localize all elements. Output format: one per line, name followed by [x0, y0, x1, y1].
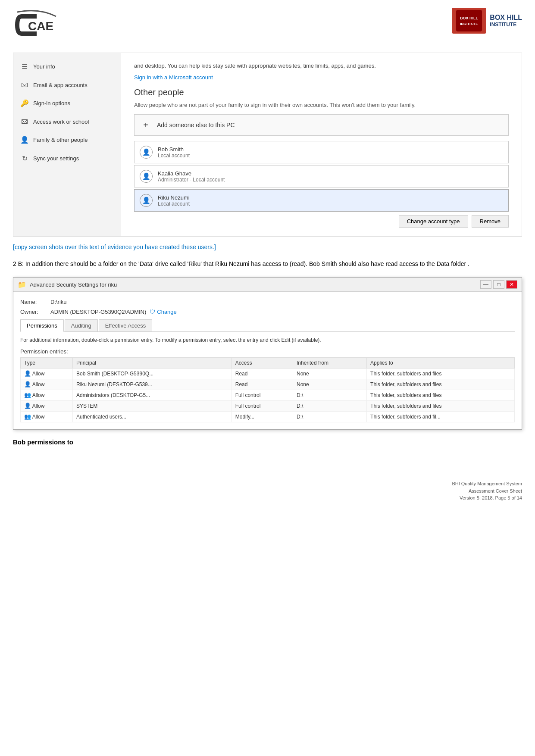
- user-entry-riku[interactable]: 👤 Riku Nezumi Local account: [134, 189, 509, 212]
- single-user-icon: 👤: [24, 370, 31, 377]
- perm-entries-label: Permission entries:: [20, 348, 515, 355]
- group-user-icon: 👥: [24, 392, 31, 399]
- user-info-kaalia: Kaalia Ghave Administrator - Local accou…: [158, 170, 225, 183]
- row-applies: This folder, subfolders and files: [367, 401, 515, 412]
- body-paragraph-1: 2 B: In addition there should be a folde…: [13, 259, 522, 269]
- svg-text:CAE: CAE: [28, 19, 53, 33]
- folder-icon: 📁: [18, 281, 26, 289]
- maximize-button[interactable]: □: [493, 280, 504, 289]
- row-type: 👤 Allow: [21, 369, 73, 379]
- add-person-button[interactable]: + Add someone else to this PC: [134, 114, 509, 136]
- row-inherited: D:\: [293, 390, 366, 401]
- user-avatar-kaalia: 👤: [140, 170, 153, 183]
- row-principal: Administrators (DESKTOP-G5...: [72, 390, 232, 401]
- window-body: Name: D:\riku Owner: ADMIN (DESKTOP-G539…: [13, 292, 522, 429]
- change-owner-link[interactable]: 🛡 Change: [150, 309, 177, 315]
- row-inherited: None: [293, 369, 366, 379]
- user-entry-bob[interactable]: 👤 Bob Smith Local account: [134, 141, 509, 163]
- name-label: Name:: [20, 299, 50, 305]
- window-title: Advanced Security Settings for riku: [30, 281, 117, 288]
- email-icon: 🖂: [20, 81, 29, 89]
- footer-line1: BHI Quality Management System: [13, 480, 522, 487]
- shield-icon: 🛡: [150, 309, 155, 315]
- remove-button[interactable]: Remove: [472, 215, 509, 228]
- body-text-section: 2 B: In addition there should be a folde…: [0, 255, 535, 273]
- permission-table: Type Principal Access Inherited from App…: [20, 357, 515, 422]
- adv-security-window: 📁 Advanced Security Settings for riku — …: [13, 277, 522, 430]
- sidebar-item-label: Access work or school: [33, 119, 89, 125]
- sidebar-item-label: Sync your settings: [33, 155, 79, 162]
- owner-field-row: Owner: ADMIN (DESKTOP-G5390Q2\ADMIN) 🛡 C…: [20, 309, 515, 315]
- row-principal: Authenticated users...: [72, 412, 232, 422]
- close-button[interactable]: ✕: [506, 280, 517, 289]
- sidebar-item-label: Email & app accounts: [33, 82, 88, 88]
- footer-line2: Assessment Cover Sheet: [13, 487, 522, 495]
- minimize-button[interactable]: —: [480, 280, 491, 289]
- row-access: Read: [232, 369, 293, 379]
- boxhill-logo: BOX HILL INSTITUTE BOX HILL INSTITUTE: [452, 8, 522, 34]
- row-principal: Bob Smith (DESKTOP-G5390Q...: [72, 369, 232, 379]
- sidebar-item-email-app-accounts[interactable]: 🖂 Email & app accounts: [13, 76, 121, 94]
- row-type: 👥 Allow: [21, 412, 73, 422]
- footer-line3: Version 5: 2018. Page 5 of 14: [13, 494, 522, 502]
- intro-text: and desktop. You can help kids stay safe…: [134, 62, 509, 70]
- evidence-text: [copy screen shots over this text of evi…: [13, 244, 522, 250]
- svg-rect-1: [456, 10, 482, 31]
- col-principal: Principal: [72, 358, 232, 369]
- ms-sign-in-link[interactable]: Sign in with a Microsoft account: [134, 74, 213, 81]
- key-icon: 🔑: [20, 99, 29, 107]
- sidebar-item-access-work-school[interactable]: 🖂 Access work or school: [13, 112, 121, 131]
- sidebar-item-sign-in-options[interactable]: 🔑 Sign-in options: [13, 94, 121, 112]
- owner-label: Owner:: [20, 309, 50, 315]
- row-access: Modify...: [232, 412, 293, 422]
- boxhill-logo-image: BOX HILL INSTITUTE: [452, 8, 486, 34]
- table-header-row: Type Principal Access Inherited from App…: [21, 358, 515, 369]
- sidebar-item-label: Sign-in options: [33, 100, 70, 106]
- add-person-label: Add someone else to this PC: [157, 122, 235, 128]
- user-type-kaalia: Administrator - Local account: [158, 177, 225, 183]
- svg-text:BOX HILL: BOX HILL: [460, 16, 479, 20]
- tab-effective-access[interactable]: Effective Access: [99, 319, 152, 331]
- col-access: Access: [232, 358, 293, 369]
- row-applies: This folder, subfolders and files: [367, 369, 515, 379]
- settings-container: ☰ Your info 🖂 Email & app accounts 🔑 Sig…: [13, 53, 522, 237]
- user-avatar-bob: 👤: [140, 146, 153, 159]
- sidebar-item-family-other-people[interactable]: 👤 Family & other people: [13, 131, 121, 149]
- col-type: Type: [21, 358, 73, 369]
- window-titlebar: 📁 Advanced Security Settings for riku — …: [13, 278, 522, 292]
- work-icon: 🖂: [20, 118, 29, 125]
- bob-perm-heading: Bob permissions to: [0, 434, 535, 454]
- row-access: Read: [232, 379, 293, 390]
- tab-auditing[interactable]: Auditing: [65, 319, 98, 331]
- sidebar-item-sync-settings[interactable]: ↻ Sync your settings: [13, 149, 121, 168]
- table-row[interactable]: 👥 Allow Administrators (DESKTOP-G5... Fu…: [21, 390, 515, 401]
- user-type-riku: Local account: [158, 201, 190, 207]
- sidebar-item-label: Family & other people: [33, 137, 88, 143]
- change-account-type-button[interactable]: Change account type: [399, 215, 468, 228]
- user-info-riku: Riku Nezumi Local account: [158, 194, 190, 207]
- your-info-icon: ☰: [20, 62, 29, 71]
- col-applies: Applies to: [367, 358, 515, 369]
- sidebar-item-your-info[interactable]: ☰ Your info: [13, 57, 121, 76]
- svg-text:INSTITUTE: INSTITUTE: [460, 22, 479, 26]
- row-principal: SYSTEM: [72, 401, 232, 412]
- table-row[interactable]: 👤 Allow SYSTEM Full control D:\ This fol…: [21, 401, 515, 412]
- cae-logo: CAE: [13, 8, 65, 44]
- row-applies: This folder, subfolders and files: [367, 390, 515, 401]
- table-row[interactable]: 👥 Allow Authenticated users... Modify...…: [21, 412, 515, 422]
- window-title-area: 📁 Advanced Security Settings for riku: [18, 281, 117, 289]
- row-access: Full control: [232, 390, 293, 401]
- table-row[interactable]: 👤 Allow Bob Smith (DESKTOP-G5390Q... Rea…: [21, 369, 515, 379]
- user-name-kaalia: Kaalia Ghave: [158, 170, 225, 177]
- row-access: Full control: [232, 401, 293, 412]
- user-name-riku: Riku Nezumi: [158, 194, 190, 201]
- row-principal: Riku Nezumi (DESKTOP-G539...: [72, 379, 232, 390]
- user-entry-kaalia[interactable]: 👤 Kaalia Ghave Administrator - Local acc…: [134, 165, 509, 187]
- row-type: 👤 Allow: [21, 401, 73, 412]
- name-value: D:\riku: [50, 299, 67, 305]
- sidebar-item-label: Your info: [33, 63, 55, 70]
- table-row[interactable]: 👤 Allow Riku Nezumi (DESKTOP-G539... Rea…: [21, 379, 515, 390]
- tab-permissions[interactable]: Permissions: [20, 319, 64, 332]
- name-field-row: Name: D:\riku: [20, 299, 515, 305]
- other-people-title: Other people: [134, 87, 509, 97]
